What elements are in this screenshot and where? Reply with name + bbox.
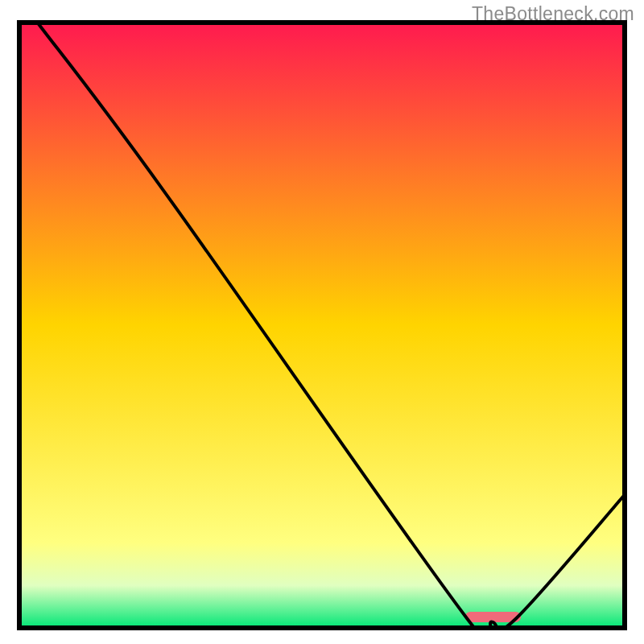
bottleneck-chart — [0, 0, 644, 644]
watermark-label: TheBottleneck.com — [472, 3, 634, 25]
gradient-background — [19, 23, 625, 628]
